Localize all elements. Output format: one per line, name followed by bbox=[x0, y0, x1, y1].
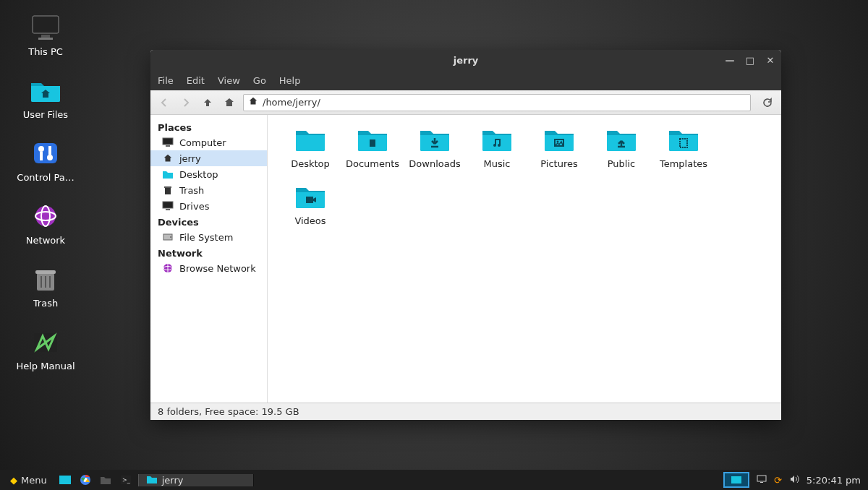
folder-item-downloads[interactable]: Downloads bbox=[404, 125, 466, 169]
svg-point-8 bbox=[35, 206, 56, 226]
window-minimize-button[interactable]: — bbox=[725, 55, 735, 65]
svg-rect-38 bbox=[59, 476, 71, 484]
show-desktop-button[interactable] bbox=[723, 472, 749, 488]
sidebar-item-label: jerry bbox=[179, 153, 201, 164]
folder-item-documents[interactable]: Documents bbox=[341, 125, 404, 169]
svg-point-31 bbox=[493, 144, 496, 147]
folder-item-label: Public bbox=[608, 158, 635, 169]
clock[interactable]: 5:20:41 pm bbox=[807, 475, 861, 486]
svg-rect-5 bbox=[40, 152, 43, 160]
monitor-icon bbox=[28, 13, 63, 42]
folder-item-label: Downloads bbox=[409, 158, 460, 169]
status-text: 8 folders, Free space: 19.5 GB bbox=[158, 406, 299, 417]
desktop-icons: This PC User Files Control Pa… Network T… bbox=[13, 13, 78, 390]
taskbar-task-jerry[interactable]: jerry bbox=[138, 474, 254, 486]
menubar: File Edit View Go Help bbox=[150, 70, 781, 90]
nav-home-button[interactable] bbox=[221, 95, 237, 111]
tray-update-icon[interactable]: ⟳ bbox=[774, 475, 782, 486]
folder-item-public[interactable]: Public bbox=[590, 125, 652, 169]
folder-icon bbox=[480, 125, 514, 154]
desktop-icon-label: Trash bbox=[33, 298, 58, 309]
folder-item-music[interactable]: Music bbox=[466, 125, 528, 169]
desktop-icon-control-panel[interactable]: Control Pa… bbox=[13, 139, 78, 183]
globe-icon bbox=[162, 262, 174, 274]
sidebar: Places Computer jerry Desktop Trash Driv… bbox=[150, 115, 268, 403]
desktop-icon-label: User Files bbox=[23, 109, 68, 120]
sidebar-item-drives[interactable]: Drives bbox=[150, 198, 267, 214]
sidebar-item-filesystem[interactable]: File System bbox=[150, 229, 267, 245]
path-input[interactable]: /home/jerry/ bbox=[243, 94, 751, 111]
folder-item-label: Documents bbox=[346, 158, 399, 169]
system-tray: ⟳ 5:20:41 pm bbox=[749, 475, 868, 486]
window-titlebar[interactable]: jerry — □ ✕ bbox=[150, 50, 781, 70]
disk-icon bbox=[162, 231, 174, 243]
svg-rect-20 bbox=[165, 188, 171, 194]
folder-item-label: Videos bbox=[294, 215, 326, 226]
sidebar-item-browse-network[interactable]: Browse Network bbox=[150, 260, 267, 276]
reload-button[interactable] bbox=[760, 95, 775, 111]
file-manager-window: jerry — □ ✕ File Edit View Go Help /home… bbox=[150, 50, 781, 420]
folder-item-templates[interactable]: Templates bbox=[652, 125, 715, 169]
svg-rect-2 bbox=[38, 38, 53, 40]
folder-icon bbox=[604, 125, 639, 154]
menu-edit[interactable]: Edit bbox=[187, 75, 205, 86]
sidebar-item-label: Computer bbox=[179, 137, 226, 148]
nav-back-button[interactable] bbox=[156, 95, 172, 111]
sidebar-item-desktop[interactable]: Desktop bbox=[150, 166, 267, 182]
sidebar-heading-network: Network bbox=[150, 245, 267, 260]
path-text: /home/jerry/ bbox=[263, 97, 320, 108]
menu-help[interactable]: Help bbox=[279, 75, 301, 86]
window-title: jerry bbox=[454, 55, 479, 66]
sidebar-item-trash[interactable]: Trash bbox=[150, 182, 267, 198]
sidebar-heading-places: Places bbox=[150, 119, 267, 134]
trash-icon bbox=[28, 265, 63, 293]
menu-view[interactable]: View bbox=[218, 75, 240, 86]
desktop-icon-user-files[interactable]: User Files bbox=[13, 76, 78, 120]
statusbar: 8 folders, Free space: 19.5 GB bbox=[150, 403, 781, 420]
monitor-icon bbox=[162, 137, 174, 148]
folder-home-icon bbox=[28, 76, 63, 105]
folder-icon bbox=[417, 125, 452, 154]
launcher-terminal[interactable]: >_ bbox=[118, 472, 134, 488]
nav-forward-button[interactable] bbox=[178, 95, 194, 111]
sidebar-item-label: File System bbox=[179, 232, 233, 243]
svg-rect-22 bbox=[163, 202, 173, 208]
svg-rect-12 bbox=[35, 270, 56, 274]
sidebar-item-home[interactable]: jerry bbox=[150, 150, 267, 166]
home-icon bbox=[162, 152, 174, 164]
menu-file[interactable]: File bbox=[158, 75, 174, 86]
sidebar-item-label: Desktop bbox=[179, 169, 218, 180]
launcher-files[interactable] bbox=[98, 472, 114, 488]
svg-rect-44 bbox=[757, 476, 766, 481]
sidebar-item-label: Trash bbox=[179, 185, 204, 196]
map-icon bbox=[28, 327, 63, 356]
svg-rect-3 bbox=[34, 143, 57, 163]
launcher-show-desktop[interactable] bbox=[57, 472, 73, 488]
svg-rect-1 bbox=[41, 35, 50, 38]
launcher-chrome[interactable] bbox=[77, 472, 93, 488]
folder-item-label: Templates bbox=[660, 158, 707, 169]
folder-item-pictures[interactable]: Pictures bbox=[528, 125, 590, 169]
start-menu-button[interactable]: ◆ Menu bbox=[4, 475, 53, 486]
svg-rect-43 bbox=[731, 476, 741, 483]
window-maximize-button[interactable]: □ bbox=[745, 55, 755, 65]
tray-display-icon[interactable] bbox=[757, 475, 767, 486]
svg-rect-29 bbox=[370, 139, 375, 147]
desktop-icon-this-pc[interactable]: This PC bbox=[13, 13, 78, 57]
folder-icon bbox=[355, 125, 390, 154]
folder-view[interactable]: DesktopDocumentsDownloadsMusicPicturesPu… bbox=[268, 115, 781, 403]
menu-go[interactable]: Go bbox=[253, 75, 266, 86]
folder-item-desktop[interactable]: Desktop bbox=[279, 125, 341, 169]
desktop-icon-network[interactable]: Network bbox=[13, 202, 78, 246]
window-close-button[interactable]: ✕ bbox=[765, 55, 775, 65]
folder-item-label: Pictures bbox=[540, 158, 577, 169]
start-menu-label: Menu bbox=[21, 475, 47, 486]
tray-volume-icon[interactable] bbox=[789, 475, 799, 486]
nav-up-button[interactable] bbox=[200, 95, 216, 111]
desktop-icon-help-manual[interactable]: Help Manual bbox=[13, 327, 78, 371]
folder-item-videos[interactable]: Videos bbox=[279, 182, 341, 226]
globe-icon bbox=[28, 202, 63, 231]
desktop-icon-trash[interactable]: Trash bbox=[13, 265, 78, 309]
folder-icon bbox=[666, 125, 701, 154]
sidebar-item-computer[interactable]: Computer bbox=[150, 134, 267, 150]
